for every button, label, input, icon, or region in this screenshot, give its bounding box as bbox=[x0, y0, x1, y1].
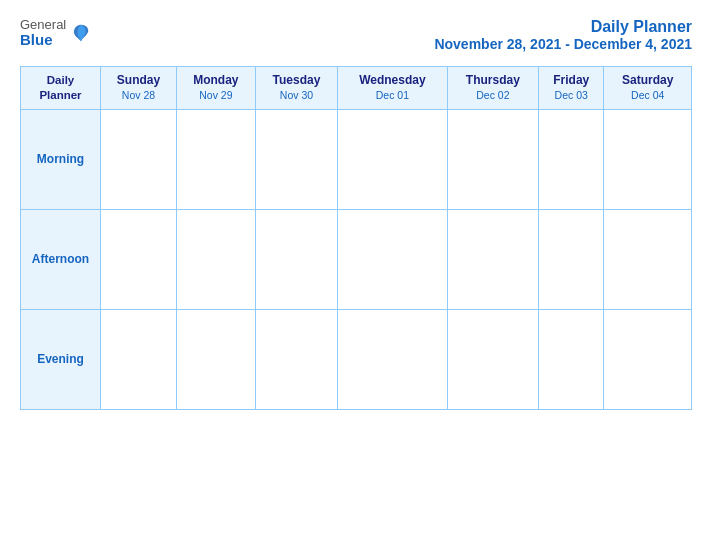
morning-label: Morning bbox=[21, 109, 101, 209]
table-header-row: Daily Planner Sunday Nov 28 Monday Nov 2… bbox=[21, 67, 692, 110]
morning-monday[interactable] bbox=[176, 109, 255, 209]
day-name-monday: Monday bbox=[181, 73, 251, 89]
col-header-saturday: Saturday Dec 04 bbox=[604, 67, 692, 110]
day-date-saturday: Dec 04 bbox=[608, 89, 687, 103]
col-header-wednesday: Wednesday Dec 01 bbox=[338, 67, 447, 110]
afternoon-sunday[interactable] bbox=[101, 209, 177, 309]
row-morning: Morning bbox=[21, 109, 692, 209]
date-range: November 28, 2021 - December 4, 2021 bbox=[434, 36, 692, 52]
label-col-header-line2: Planner bbox=[39, 89, 81, 101]
planner-table: Daily Planner Sunday Nov 28 Monday Nov 2… bbox=[20, 66, 692, 410]
header: General Blue Daily Planner November 28, … bbox=[20, 18, 692, 52]
day-name-thursday: Thursday bbox=[452, 73, 534, 89]
afternoon-label: Afternoon bbox=[21, 209, 101, 309]
morning-sunday[interactable] bbox=[101, 109, 177, 209]
day-name-saturday: Saturday bbox=[608, 73, 687, 89]
label-col-header: Daily Planner bbox=[21, 67, 101, 110]
afternoon-thursday[interactable] bbox=[447, 209, 538, 309]
logo-blue-text: Blue bbox=[20, 32, 66, 49]
col-header-sunday: Sunday Nov 28 bbox=[101, 67, 177, 110]
morning-tuesday[interactable] bbox=[255, 109, 337, 209]
evening-tuesday[interactable] bbox=[255, 309, 337, 409]
evening-label: Evening bbox=[21, 309, 101, 409]
afternoon-friday[interactable] bbox=[539, 209, 604, 309]
logo-bird-icon bbox=[70, 22, 92, 44]
evening-friday[interactable] bbox=[539, 309, 604, 409]
day-date-thursday: Dec 02 bbox=[452, 89, 534, 103]
day-name-friday: Friday bbox=[543, 73, 599, 89]
afternoon-wednesday[interactable] bbox=[338, 209, 447, 309]
day-date-sunday: Nov 28 bbox=[105, 89, 172, 103]
page-title: Daily Planner bbox=[434, 18, 692, 36]
afternoon-saturday[interactable] bbox=[604, 209, 692, 309]
morning-wednesday[interactable] bbox=[338, 109, 447, 209]
header-right: Daily Planner November 28, 2021 - Decemb… bbox=[434, 18, 692, 52]
day-date-friday: Dec 03 bbox=[543, 89, 599, 103]
day-date-monday: Nov 29 bbox=[181, 89, 251, 103]
evening-sunday[interactable] bbox=[101, 309, 177, 409]
logo: General Blue bbox=[20, 18, 92, 49]
logo-general-text: General bbox=[20, 18, 66, 32]
row-afternoon: Afternoon bbox=[21, 209, 692, 309]
evening-wednesday[interactable] bbox=[338, 309, 447, 409]
morning-saturday[interactable] bbox=[604, 109, 692, 209]
evening-thursday[interactable] bbox=[447, 309, 538, 409]
morning-friday[interactable] bbox=[539, 109, 604, 209]
day-date-tuesday: Nov 30 bbox=[260, 89, 333, 103]
col-header-friday: Friday Dec 03 bbox=[539, 67, 604, 110]
day-name-sunday: Sunday bbox=[105, 73, 172, 89]
col-header-monday: Monday Nov 29 bbox=[176, 67, 255, 110]
morning-thursday[interactable] bbox=[447, 109, 538, 209]
col-header-thursday: Thursday Dec 02 bbox=[447, 67, 538, 110]
evening-saturday[interactable] bbox=[604, 309, 692, 409]
afternoon-tuesday[interactable] bbox=[255, 209, 337, 309]
col-header-tuesday: Tuesday Nov 30 bbox=[255, 67, 337, 110]
day-date-wednesday: Dec 01 bbox=[342, 89, 442, 103]
evening-monday[interactable] bbox=[176, 309, 255, 409]
row-evening: Evening bbox=[21, 309, 692, 409]
label-col-header-line1: Daily bbox=[47, 74, 75, 86]
page: General Blue Daily Planner November 28, … bbox=[0, 0, 712, 550]
afternoon-monday[interactable] bbox=[176, 209, 255, 309]
day-name-tuesday: Tuesday bbox=[260, 73, 333, 89]
day-name-wednesday: Wednesday bbox=[342, 73, 442, 89]
